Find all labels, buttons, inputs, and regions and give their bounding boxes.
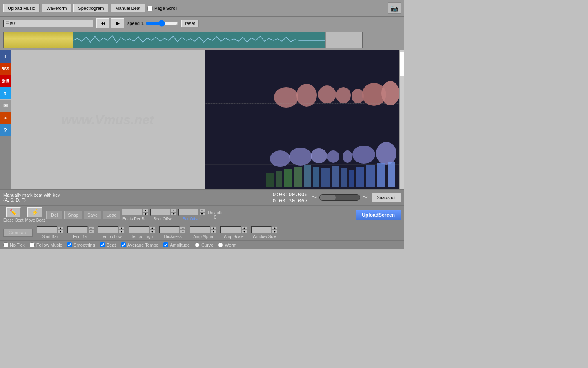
beats-per-bar-input[interactable] xyxy=(122,209,143,216)
no-tick-option: No Tick xyxy=(3,242,25,247)
rewind-button[interactable]: ⏮ xyxy=(96,18,109,28)
tempo-low-input[interactable] xyxy=(98,226,118,233)
rss-icon: RSS xyxy=(2,67,9,71)
save-button[interactable]: Save xyxy=(84,211,101,219)
end-bar-down[interactable]: ▼ xyxy=(88,230,94,233)
filename-input[interactable] xyxy=(3,20,93,27)
weibo-button[interactable]: 微博 xyxy=(0,75,11,87)
facebook-button[interactable]: f xyxy=(0,50,11,63)
amp-scale-input[interactable] xyxy=(220,226,241,233)
svg-point-15 xyxy=(352,146,375,164)
beat-offset-up[interactable]: ▲ xyxy=(171,209,177,212)
erase-beat-label: Erase Beat xyxy=(3,218,23,222)
beat-offset-down[interactable]: ▼ xyxy=(171,212,177,216)
manual-beat-button[interactable]: Manual Beat xyxy=(111,4,145,12)
svg-rect-27 xyxy=(356,167,364,187)
start-bar-input[interactable] xyxy=(37,226,57,233)
curve-radio[interactable] xyxy=(195,242,200,247)
snap-button[interactable]: Snap xyxy=(64,211,82,219)
page-scroll-option[interactable]: Page Scroll xyxy=(147,6,177,11)
svg-point-14 xyxy=(343,150,352,163)
tempo-low-group: ▲ ▼ Tempo Low xyxy=(98,226,125,239)
upload-screen-button[interactable]: UploadScreen xyxy=(356,210,401,220)
load-button[interactable]: Load xyxy=(103,211,120,219)
left-panel: www.Vmus.net xyxy=(11,50,205,189)
amp-scale-up[interactable]: ▲ xyxy=(241,226,247,230)
spectrogram-button[interactable]: Spectrogram xyxy=(74,4,108,12)
amp-scale-down[interactable]: ▼ xyxy=(241,230,247,233)
bar-offset-up[interactable]: ▲ xyxy=(199,209,205,212)
window-size-input[interactable] xyxy=(251,226,272,233)
page-scroll-checkbox[interactable] xyxy=(147,6,153,11)
overview-waveform[interactable] xyxy=(73,32,325,48)
speed-label: speed xyxy=(127,21,140,26)
speed-value: 1 xyxy=(141,21,144,26)
bar-offset-input[interactable] xyxy=(178,209,199,216)
upload-music-button[interactable]: Upload Music xyxy=(3,4,40,12)
scrollbar-thumb[interactable] xyxy=(400,52,404,76)
average-tempo-checkbox[interactable] xyxy=(121,242,126,247)
svg-rect-19 xyxy=(284,169,292,187)
email-button[interactable]: ✉ xyxy=(0,99,11,112)
amp-alpha-down[interactable]: ▼ xyxy=(211,230,216,233)
waveform-button[interactable]: Waveform xyxy=(42,4,71,12)
beats-per-bar-up[interactable]: ▲ xyxy=(143,209,149,212)
svg-point-10 xyxy=(270,150,290,167)
generate-button[interactable]: Generate xyxy=(3,229,33,237)
del-button[interactable]: Del xyxy=(46,211,62,219)
beat-offset-input[interactable] xyxy=(150,209,171,216)
help-icon: ? xyxy=(4,127,7,133)
thickness-up[interactable]: ▲ xyxy=(180,226,186,230)
speed-group: speed 1 xyxy=(127,19,178,27)
start-bar-up[interactable]: ▲ xyxy=(58,226,63,230)
tempo-high-down[interactable]: ▼ xyxy=(149,230,155,233)
no-tick-checkbox[interactable] xyxy=(3,242,8,247)
beat-checkbox[interactable] xyxy=(100,242,105,247)
share-plus-button[interactable]: + xyxy=(0,112,11,124)
end-bar-input[interactable] xyxy=(67,226,88,233)
svg-rect-17 xyxy=(266,173,274,187)
camera-icon-button[interactable]: 📷 xyxy=(388,2,401,14)
amplitude-checkbox[interactable] xyxy=(163,242,168,247)
smoothing-checkbox[interactable] xyxy=(67,242,72,247)
thickness-down[interactable]: ▼ xyxy=(180,230,186,233)
start-bar-group: ▲ ▼ Start Bar xyxy=(37,226,63,239)
rss-button[interactable]: RSS xyxy=(0,63,11,75)
right-scrollbar[interactable] xyxy=(399,50,404,189)
bar-offset-down[interactable]: ▼ xyxy=(199,212,205,216)
tempo-high-input[interactable] xyxy=(129,226,149,233)
beats-per-bar-down[interactable]: ▼ xyxy=(143,212,149,216)
amp-alpha-up[interactable]: ▲ xyxy=(211,226,216,230)
thickness-input[interactable] xyxy=(159,226,180,233)
speed-slider[interactable] xyxy=(145,20,178,27)
svg-rect-20 xyxy=(294,167,302,187)
right-panel[interactable] xyxy=(205,50,404,189)
move-beat-button[interactable]: ⚡ xyxy=(27,207,42,217)
erase-beat-button[interactable]: ✏️ xyxy=(6,207,21,217)
amp-scale-group: ▲ ▼ Amp Scale xyxy=(220,226,247,239)
play-button[interactable]: ▶ xyxy=(111,18,124,28)
snapshot-button[interactable]: Snapshot xyxy=(372,193,401,202)
tempo-high-up[interactable]: ▲ xyxy=(149,226,155,230)
tempo-low-label: Tempo Low xyxy=(101,234,122,239)
amp-alpha-input[interactable] xyxy=(190,226,210,233)
default-value: 0 xyxy=(214,215,216,220)
reset-button[interactable]: reset xyxy=(181,20,198,27)
tempo-low-up[interactable]: ▲ xyxy=(119,226,125,230)
follow-music-checkbox[interactable] xyxy=(30,242,35,247)
beats-per-bar-group: ▲ ▼ Beats Per Bar xyxy=(122,209,149,221)
start-bar-down[interactable]: ▼ xyxy=(58,230,63,233)
window-size-down[interactable]: ▼ xyxy=(272,230,278,233)
window-size-up[interactable]: ▲ xyxy=(272,226,278,230)
worm-radio[interactable] xyxy=(218,242,223,247)
help-button[interactable]: ? xyxy=(0,124,11,136)
svg-rect-24 xyxy=(332,166,339,187)
app-container: Upload Music Waveform Spectrogram Manual… xyxy=(0,0,404,249)
twitter-button[interactable]: t xyxy=(0,87,11,99)
waveform-controls: 〜 〜 xyxy=(311,193,368,202)
end-bar-up[interactable]: ▲ xyxy=(88,226,94,230)
overview-yellow-region[interactable] xyxy=(4,32,73,48)
volume-slider[interactable] xyxy=(319,194,360,201)
time-display: 0:00:00.006 0:00:30.067 xyxy=(255,191,308,204)
tempo-low-down[interactable]: ▼ xyxy=(119,230,125,233)
